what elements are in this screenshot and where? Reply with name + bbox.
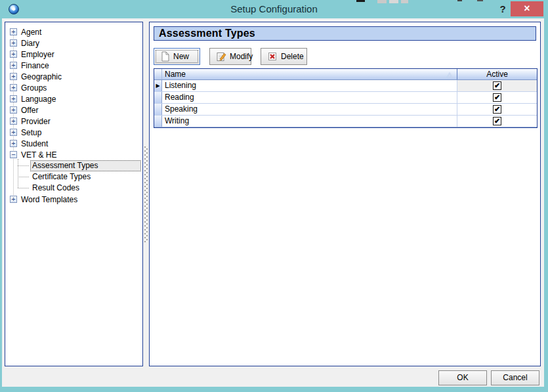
expand-plus-icon[interactable]: + xyxy=(10,95,17,102)
tree-item-language[interactable]: + Language xyxy=(5,93,142,104)
edit-pencil-icon xyxy=(216,51,226,62)
tree-item-label: Offer xyxy=(21,106,38,115)
expand-plus-icon[interactable]: + xyxy=(10,39,17,47)
table-row-listening: ▶ Listening ✔ xyxy=(154,80,537,92)
tree-item-label: Geographic xyxy=(21,72,62,81)
expand-plus-icon[interactable]: + xyxy=(10,129,17,136)
cell-active[interactable]: ✔ xyxy=(457,80,537,91)
expand-plus-icon[interactable]: + xyxy=(10,118,17,125)
cell-name[interactable]: Writing xyxy=(162,116,457,127)
checkbox-checked-icon[interactable]: ✔ xyxy=(493,117,501,125)
tree-item-label: Diary xyxy=(21,39,39,48)
setup-tree: + Agent + Diary + Employer + Finance + G… xyxy=(5,22,143,366)
help-button[interactable]: ? xyxy=(497,2,508,16)
cell-active[interactable]: ✔ xyxy=(457,104,537,115)
new-document-icon xyxy=(160,51,170,62)
dialog-footer: OK Cancel xyxy=(2,366,544,387)
collapse-minus-icon[interactable]: − xyxy=(10,151,17,158)
tree-item-label: VET & HE xyxy=(21,150,56,160)
tree-item-employer[interactable]: + Employer xyxy=(5,49,142,60)
tree-item-agent[interactable]: + Agent xyxy=(5,26,142,37)
tree-item-label: Word Templates xyxy=(21,195,77,204)
assessment-types-grid: Name △ Active ▶ Listening ✔ Reading ✔ xyxy=(154,68,537,128)
ok-button[interactable]: OK xyxy=(438,370,487,385)
assessment-types-panel: Assessment Types New Modify xyxy=(149,22,541,366)
expand-plus-icon[interactable]: + xyxy=(10,28,17,35)
new-button-label: New xyxy=(173,52,189,61)
expand-plus-icon[interactable]: + xyxy=(10,51,17,58)
panel-splitter[interactable] xyxy=(144,146,148,242)
checkbox-checked-icon[interactable]: ✔ xyxy=(493,93,501,102)
tree-item-groups[interactable]: + Groups xyxy=(5,82,142,93)
delete-x-icon xyxy=(267,51,278,62)
tree-item-label: Employer xyxy=(21,50,54,59)
window-title: Setup Configuration xyxy=(0,0,548,18)
row-selector[interactable] xyxy=(154,116,162,127)
tree-item-word-templates[interactable]: + Word Templates xyxy=(5,194,142,205)
tree-item-student[interactable]: + Student xyxy=(5,138,142,149)
modify-button-label: Modify xyxy=(230,52,253,61)
row-selector[interactable] xyxy=(154,92,162,103)
tree-item-label: Assessment Types xyxy=(31,161,140,171)
expand-plus-icon[interactable]: + xyxy=(10,73,17,80)
tree-item-label: Setup xyxy=(21,128,41,137)
cell-active[interactable]: ✔ xyxy=(457,116,537,127)
tree-item-label: Provider xyxy=(21,117,51,126)
tree-item-provider[interactable]: + Provider xyxy=(5,116,142,127)
table-row-reading: Reading ✔ xyxy=(154,92,537,104)
table-row-speaking: Speaking ✔ xyxy=(154,104,537,116)
cancel-button[interactable]: Cancel xyxy=(491,370,539,385)
new-button[interactable]: New xyxy=(154,48,200,65)
cell-name[interactable]: Speaking xyxy=(162,104,457,115)
tree-item-geographic[interactable]: + Geographic xyxy=(5,71,142,82)
tree-item-setup[interactable]: + Setup xyxy=(5,127,142,138)
row-selector[interactable]: ▶ xyxy=(154,80,162,91)
tree-item-label: Student xyxy=(21,139,48,148)
tree-item-label: Finance xyxy=(21,61,49,70)
tree-item-vet-he[interactable]: − VET & HE xyxy=(5,149,142,160)
expand-plus-icon[interactable]: + xyxy=(10,62,17,69)
cell-active[interactable]: ✔ xyxy=(457,92,537,103)
grid-column-active[interactable]: Active xyxy=(457,69,537,79)
sort-ascending-icon: △ xyxy=(447,70,452,80)
tree-item-label: Groups xyxy=(21,83,47,93)
tree-item-label: Certificate Types xyxy=(31,172,140,182)
dialog-body: + Agent + Diary + Employer + Finance + G… xyxy=(2,18,544,387)
tree-item-result-codes[interactable]: Result Codes xyxy=(5,183,142,194)
cell-name[interactable]: Reading xyxy=(162,92,457,103)
window-titlebar[interactable]: Setup Configuration ? × xyxy=(0,0,548,18)
page-title: Assessment Types xyxy=(154,26,536,41)
expand-plus-icon[interactable]: + xyxy=(10,106,17,114)
tree-item-finance[interactable]: + Finance xyxy=(5,60,142,71)
column-name-label: Name xyxy=(165,70,186,79)
checkbox-checked-icon[interactable]: ✔ xyxy=(493,105,501,114)
tree-item-offer[interactable]: + Offer xyxy=(5,104,142,116)
row-selector[interactable] xyxy=(154,104,162,115)
tree-item-label: Result Codes xyxy=(31,183,140,193)
grid-selector-header xyxy=(154,69,162,79)
checkbox-checked-icon[interactable]: ✔ xyxy=(493,81,501,90)
tree-item-label: Language xyxy=(21,95,56,104)
expand-plus-icon[interactable]: + xyxy=(10,196,17,203)
tree-item-diary[interactable]: + Diary xyxy=(5,37,142,49)
tree-item-certificate-types[interactable]: Certificate Types xyxy=(5,171,142,183)
grid-column-name[interactable]: Name △ xyxy=(162,69,457,79)
tree-item-label: Agent xyxy=(21,28,41,37)
table-row-writing: Writing ✔ xyxy=(154,116,537,127)
delete-button[interactable]: Delete xyxy=(261,48,307,65)
delete-button-label: Delete xyxy=(281,52,304,61)
expand-plus-icon[interactable]: + xyxy=(10,84,17,91)
grid-header: Name △ Active xyxy=(154,69,537,80)
expand-plus-icon[interactable]: + xyxy=(10,140,17,147)
close-button[interactable]: × xyxy=(511,1,543,16)
tree-item-assessment-types[interactable]: Assessment Types xyxy=(5,160,142,171)
cell-name[interactable]: Listening xyxy=(162,80,457,91)
current-row-icon: ▶ xyxy=(156,83,159,89)
modify-button[interactable]: Modify xyxy=(209,48,251,65)
